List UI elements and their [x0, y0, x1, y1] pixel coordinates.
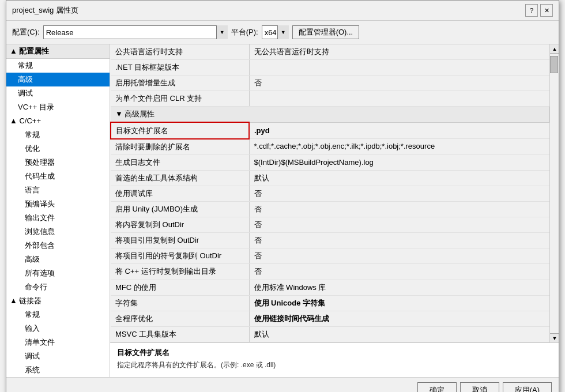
- footer: 确定 取消 应用(A): [6, 377, 559, 392]
- prop-row-16[interactable]: 字符集使用 Unicode 字符集: [111, 295, 549, 311]
- prop-row-9[interactable]: 使用调试库否: [111, 186, 549, 201]
- tree-item-vc_dir[interactable]: VC++ 目录: [6, 100, 110, 114]
- prop-row-6[interactable]: 清除时要删除的扩展名*.cdf;*.cache;*.obj;*.obj.enc;…: [111, 139, 549, 155]
- close-button[interactable]: ✕: [540, 4, 553, 17]
- prop-name-17: 全程序优化: [111, 311, 249, 326]
- prop-row-12[interactable]: 将项目引用复制到 OutDir否: [111, 233, 549, 248]
- tree-item-yuyan[interactable]: 语言: [6, 183, 110, 197]
- prop-value-16: 使用 Unicode 字符集: [249, 295, 549, 311]
- cancel-button[interactable]: 取消: [460, 382, 499, 392]
- prop-value-6: *.cdf;*.cache;*.obj;*.obj.enc;*.ilk;*.ip…: [249, 139, 549, 155]
- desc-title: 目标文件扩展名: [117, 348, 552, 358]
- desc-text: 指定此程序将具有的文件扩展名。(示例: .exe 或 .dll): [117, 360, 552, 370]
- platform-label: 平台(P):: [231, 27, 258, 37]
- main-content: ▲ 配置属性 常规高级调试VC++ 目录▲ C/C++常规优化预处理器代码生成语…: [6, 44, 559, 377]
- config-select-wrapper: Release ▼: [43, 25, 228, 39]
- tree-item-youhua[interactable]: 优化: [6, 142, 110, 156]
- prop-name-6: 清除时要删除的扩展名: [111, 139, 249, 155]
- prop-row-5[interactable]: 目标文件扩展名.pyd: [111, 122, 549, 138]
- prop-name-1: .NET 目标框架版本: [111, 60, 249, 76]
- prop-name-13: 将项目引用的符号复制到 OutDir: [111, 248, 249, 264]
- scroll-down-button[interactable]: ▼: [550, 333, 559, 342]
- tree-item-lj_changgui[interactable]: 常规: [6, 308, 110, 322]
- tree-header-label: ▲ 配置属性: [10, 46, 49, 56]
- prop-name-15: MFC 的使用: [111, 280, 249, 295]
- prop-value-1: [249, 60, 549, 76]
- prop-row-2[interactable]: 启用托管增量生成否: [111, 76, 549, 91]
- prop-name-11: 将内容复制到 OutDir: [111, 217, 249, 233]
- platform-select-wrapper: x64 ▼: [262, 25, 289, 39]
- tree-item-lj_tiaoshi[interactable]: 调试: [6, 349, 110, 363]
- tree-item-yubianyitou[interactable]: 预编译头: [6, 197, 110, 211]
- prop-row-15[interactable]: MFC 的使用使用标准 Windows 库: [111, 280, 549, 295]
- prop-value-13: 否: [249, 248, 549, 264]
- highlighted-prop-value: .pyd: [249, 122, 549, 138]
- tree-item-cpp_changgui[interactable]: 常规: [6, 128, 110, 142]
- prop-value-3: [249, 91, 549, 107]
- tree-item-daima[interactable]: 代码生成: [6, 169, 110, 183]
- prop-value-10: 否: [249, 202, 549, 217]
- tree-item-waibu[interactable]: 外部包含: [6, 239, 110, 252]
- prop-value-14: 否: [249, 264, 549, 280]
- prop-row-18[interactable]: MSVC 工具集版本默认: [111, 326, 549, 342]
- prop-row-0[interactable]: 公共语言运行时支持无公共语言运行时支持: [111, 44, 549, 60]
- tree-panel: ▲ 配置属性 常规高级调试VC++ 目录▲ C/C++常规优化预处理器代码生成语…: [6, 44, 110, 377]
- tree-item-tiaoshi[interactable]: 调试: [6, 86, 110, 100]
- tree-item-changgui[interactable]: 常规: [6, 59, 110, 73]
- tree-item-yuchuliq[interactable]: 预处理器: [6, 156, 110, 169]
- platform-select[interactable]: x64: [262, 25, 289, 39]
- tree-item-shuru[interactable]: 输入: [6, 322, 110, 336]
- scroll-up-button[interactable]: ▲: [550, 44, 559, 54]
- description-panel: 目标文件扩展名 指定此程序将具有的文件扩展名。(示例: .exe 或 .dll): [110, 342, 559, 377]
- tree-items-container: 常规高级调试VC++ 目录▲ C/C++常规优化预处理器代码生成语言预编译头输出…: [6, 59, 110, 377]
- scroll-thumb[interactable]: [550, 56, 558, 73]
- prop-row-10[interactable]: 启用 Unity (JUMBO)生成否: [111, 202, 549, 217]
- tree-item-gaoji2[interactable]: 高级: [6, 252, 110, 266]
- prop-value-2: 否: [249, 76, 549, 91]
- config-manager-button[interactable]: 配置管理器(O)...: [292, 25, 360, 39]
- prop-row-13[interactable]: 将项目引用的符号复制到 OutDir否: [111, 248, 549, 264]
- prop-name-8: 首选的生成工具体系结构: [111, 170, 249, 186]
- prop-row-11[interactable]: 将内容复制到 OutDir否: [111, 217, 549, 233]
- tree-item-xitong[interactable]: 系统: [6, 363, 110, 377]
- prop-row-8[interactable]: 首选的生成工具体系结构默认: [111, 170, 549, 186]
- prop-row-4: ▼ 高级属性: [111, 107, 549, 123]
- tree-item-mingling[interactable]: 命令行: [6, 280, 110, 294]
- apply-button[interactable]: 应用(A): [503, 382, 552, 392]
- tree-item-suoyouxuanxiang[interactable]: 所有选项: [6, 266, 110, 280]
- prop-row-1[interactable]: .NET 目标框架版本: [111, 60, 549, 76]
- tree-item-liulanxinxi[interactable]: 浏览信息: [6, 225, 110, 239]
- platform-wrapper: 平台(P): x64 ▼: [231, 25, 289, 39]
- prop-name-0: 公共语言运行时支持: [111, 44, 249, 60]
- toolbar: 配置(C): Release ▼ 平台(P): x64 ▼ 配置管理器(O)..…: [6, 21, 559, 44]
- prop-name-10: 启用 Unity (JUMBO)生成: [111, 202, 249, 217]
- prop-name-16: 字符集: [111, 295, 249, 311]
- prop-name-18: MSVC 工具集版本: [111, 326, 249, 342]
- prop-row-17[interactable]: 全程序优化使用链接时间代码生成: [111, 311, 549, 326]
- prop-value-7: $(IntDir)$(MSBuildProjectName).log: [249, 154, 549, 170]
- section-header-4: ▼ 高级属性: [111, 107, 549, 123]
- tree-item-qingdanwenjian[interactable]: 清单文件: [6, 336, 110, 349]
- prop-row-14[interactable]: 将 C++ 运行时复制到输出目录否: [111, 264, 549, 280]
- help-button[interactable]: ?: [525, 4, 538, 17]
- prop-row-3[interactable]: 为单个文件启用 CLR 支持: [111, 91, 549, 107]
- prop-name-7: 生成日志文件: [111, 154, 249, 170]
- prop-row-7[interactable]: 生成日志文件$(IntDir)$(MSBuildProjectName).log: [111, 154, 549, 170]
- dialog: project_swig 属性页 ? ✕ 配置(C): Release ▼ 平台…: [6, 0, 559, 392]
- prop-value-12: 否: [249, 233, 549, 248]
- ok-button[interactable]: 确定: [417, 382, 457, 392]
- prop-name-14: 将 C++ 运行时复制到输出目录: [111, 264, 249, 280]
- prop-name-12: 将项目引用复制到 OutDir: [111, 233, 249, 248]
- config-select[interactable]: Release: [43, 25, 228, 39]
- tree-item-cpp[interactable]: ▲ C/C++: [6, 114, 110, 128]
- props-scrollbar[interactable]: ▲ ▼: [549, 44, 559, 342]
- prop-name-2: 启用托管增量生成: [111, 76, 249, 91]
- config-label: 配置(C):: [12, 27, 40, 37]
- highlighted-prop-name: 目标文件扩展名: [111, 122, 249, 138]
- tree-item-gaoji[interactable]: 高级: [6, 73, 110, 86]
- prop-value-9: 否: [249, 186, 549, 201]
- tree-item-shuchuwenjian[interactable]: 输出文件: [6, 211, 110, 225]
- prop-value-0: 无公共语言运行时支持: [249, 44, 549, 60]
- tree-item-lianjieqi[interactable]: ▲ 链接器: [6, 294, 110, 308]
- props-right: 公共语言运行时支持无公共语言运行时支持.NET 目标框架版本启用托管增量生成否为…: [110, 44, 559, 377]
